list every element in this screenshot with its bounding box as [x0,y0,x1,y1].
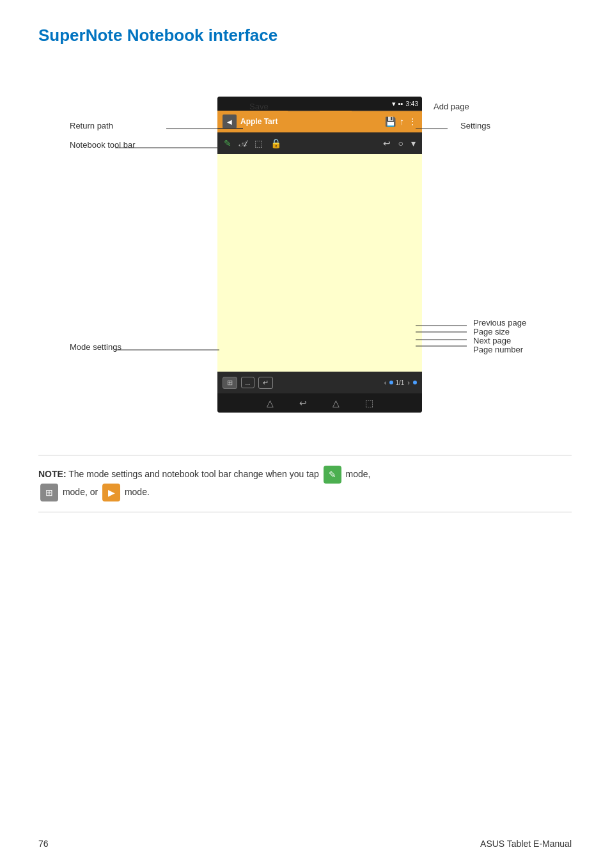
note-text-4: mode. [125,487,150,497]
note-text-2: mode, [345,469,370,479]
previous-page-annotation: Previous page [473,318,526,327]
next-page-annotation: Next page [473,336,511,345]
pencil-mode-icon: ✎ [324,466,341,484]
save-annotation: Save [249,102,269,111]
note-box: NOTE: The mode settings and notebook too… [38,455,572,512]
page-size-annotation: Page size [473,327,510,336]
notebook-toolbar-annotation: Notebook tool bar [70,140,136,150]
footer-manual-title: ASUS Tablet E-Manual [480,839,572,849]
note-label: NOTE: [38,469,66,479]
settings-annotation: Settings [460,121,490,130]
note-text-1: The mode settings and notebook tool bar … [68,469,319,479]
page-title: SuperNote Notebook interface [38,26,572,45]
page-footer: 76 ASUS Tablet E-Manual [38,839,572,849]
return-path-annotation: Return path [70,121,113,130]
keyboard-mode-icon: ⊞ [40,484,58,501]
diagram-section: ▾ ▪▪ 3:43 ◀ Apple Tart 💾 ↑ ⋮ [38,71,572,429]
note-text-3: mode, or [63,487,98,497]
diagram-wrapper: ▾ ▪▪ 3:43 ◀ Apple Tart 💾 ↑ ⋮ [38,71,572,429]
stylus-mode-icon: ▶ [102,484,120,501]
mode-settings-annotation: Mode settings [70,342,121,352]
annotation-lines [38,71,572,429]
page-number-annotation: Page number [473,345,523,354]
add-page-annotation: Add page [434,102,469,111]
footer-page-number: 76 [38,839,49,849]
